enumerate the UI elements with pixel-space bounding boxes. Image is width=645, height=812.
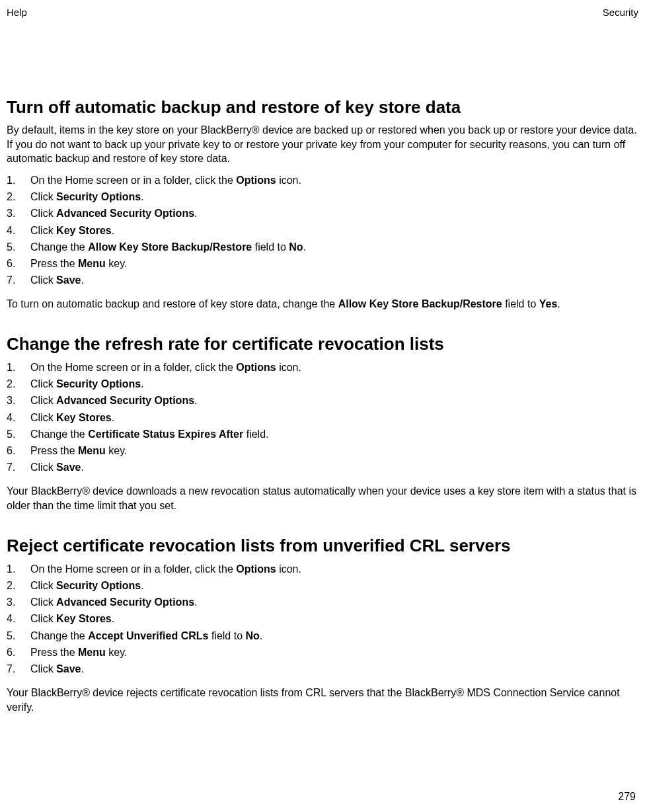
bold-text: Save (56, 274, 81, 286)
header-left: Help (7, 7, 27, 18)
bold-text: Security Options (56, 378, 141, 389)
bold-text: Advanced Security Options (56, 395, 194, 406)
section-title: Reject certificate revocation lists from… (7, 536, 638, 556)
list-item: Click Key Stores. (7, 223, 638, 238)
bold-text: Options (236, 175, 276, 186)
list-item: Click Save. (7, 460, 638, 475)
bold-text: No (245, 630, 259, 641)
bold-text: Certificate Status Expires After (88, 428, 243, 440)
list-item: Click Security Options. (7, 578, 638, 593)
bold-text: Menu (78, 647, 106, 658)
bold-text: Menu (78, 258, 106, 269)
list-item: On the Home screen or in a folder, click… (7, 360, 638, 375)
bold-text: Key Stores (56, 225, 112, 236)
bold-text: Accept Unverified CRLs (88, 630, 208, 641)
bold-text: Allow Key Store Backup/Restore (338, 298, 502, 309)
bold-text: Options (236, 362, 276, 373)
steps-list: On the Home screen or in a folder, click… (7, 173, 638, 288)
list-item: On the Home screen or in a folder, click… (7, 173, 638, 188)
section-outro: To turn on automatic backup and restore … (7, 297, 638, 311)
header-right: Security (603, 7, 638, 18)
list-item: Change the Accept Unverified CRLs field … (7, 628, 638, 643)
list-item: Click Save. (7, 272, 638, 288)
bold-text: No (289, 241, 303, 253)
bold-text: Options (236, 563, 276, 575)
list-item: Change the Allow Key Store Backup/Restor… (7, 239, 638, 255)
bold-text: Yes (539, 298, 558, 309)
bold-text: Security Options (56, 580, 141, 591)
section-block: Reject certificate revocation lists from… (7, 536, 638, 715)
section-outro: Your BlackBerry® device rejects certific… (7, 686, 638, 714)
list-item: Click Security Options. (7, 376, 638, 391)
steps-list: On the Home screen or in a folder, click… (7, 561, 638, 676)
list-item: Press the Menu key. (7, 256, 638, 271)
bold-text: Save (56, 663, 81, 674)
bold-text: Save (56, 462, 81, 473)
bold-text: Key Stores (56, 412, 112, 423)
list-item: Change the Certificate Status Expires Af… (7, 426, 638, 442)
list-item: On the Home screen or in a folder, click… (7, 561, 638, 577)
list-item: Click Security Options. (7, 189, 638, 204)
bold-text: Advanced Security Options (56, 596, 194, 608)
section-outro: Your BlackBerry® device downloads a new … (7, 484, 638, 512)
content-sections: Turn off automatic backup and restore of… (7, 97, 638, 714)
bold-text: Advanced Security Options (56, 208, 194, 219)
list-item: Press the Menu key. (7, 443, 638, 458)
bold-text: Allow Key Store Backup/Restore (88, 241, 252, 253)
list-item: Click Advanced Security Options. (7, 206, 638, 221)
list-item: Click Advanced Security Options. (7, 393, 638, 408)
list-item: Click Advanced Security Options. (7, 594, 638, 610)
section-title: Turn off automatic backup and restore of… (7, 97, 638, 118)
page-header: Help Security (7, 7, 638, 18)
list-item: Click Key Stores. (7, 611, 638, 626)
section-block: Change the refresh rate for certificate … (7, 334, 638, 513)
bold-text: Key Stores (56, 613, 112, 624)
list-item: Click Save. (7, 661, 638, 676)
bold-text: Menu (78, 445, 106, 456)
bold-text: Security Options (56, 191, 141, 202)
list-item: Press the Menu key. (7, 645, 638, 660)
list-item: Click Key Stores. (7, 410, 638, 425)
steps-list: On the Home screen or in a folder, click… (7, 360, 638, 475)
page-number: 279 (618, 791, 636, 803)
section-block: Turn off automatic backup and restore of… (7, 97, 638, 311)
section-intro: By default, items in the key store on yo… (7, 123, 638, 166)
section-title: Change the refresh rate for certificate … (7, 334, 638, 354)
